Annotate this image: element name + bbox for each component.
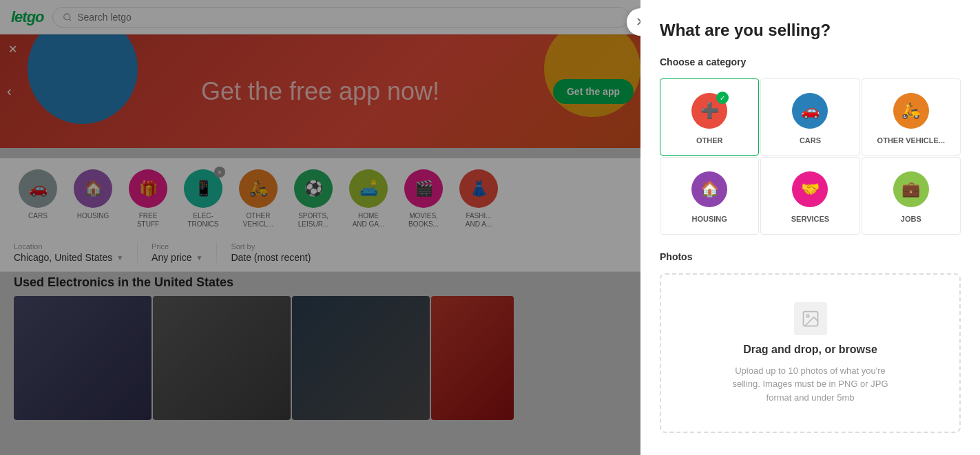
cat-grid-icon-other: ➕ ✓ (691, 93, 727, 129)
photos-label: Photos (660, 251, 961, 262)
category-grid: ➕ ✓ OTHER 🚗 CARS 🛵 OTHER VEHICLE... 🏠 HO… (660, 78, 961, 235)
cat-grid-item-other[interactable]: ➕ ✓ OTHER (660, 78, 759, 156)
cat-grid-icon-cars: 🚗 (792, 93, 828, 129)
cat-grid-item-cars[interactable]: 🚗 CARS (760, 78, 859, 156)
choose-category-label: Choose a category (660, 56, 961, 67)
upload-desc: Upload up to 10 photos of what you're se… (721, 364, 900, 405)
cat-grid-label-cars: CARS (800, 136, 821, 145)
cat-grid-item-jobs[interactable]: 💼 JOBS (862, 157, 961, 234)
cat-grid-icon-housing: 🏠 (691, 171, 727, 207)
svg-point-3 (806, 315, 809, 317)
cat-grid-item-housing[interactable]: 🏠 HOUSING (660, 157, 759, 234)
upload-area[interactable]: Drag and drop, or browse Upload up to 10… (660, 273, 961, 434)
cat-grid-icon-services: 🤝 (792, 171, 828, 207)
selected-check-icon: ✓ (716, 92, 729, 104)
cat-grid-item-services[interactable]: 🤝 SERVICES (760, 157, 859, 234)
right-panel: What are you selling? Choose a category … (640, 0, 980, 455)
photos-section: Photos Drag and drop, or browse Upload u… (660, 251, 961, 434)
cat-grid-label-services: SERVICES (791, 214, 829, 224)
cat-grid-label-other-vehicles: OTHER VEHICLE... (877, 136, 945, 145)
cat-grid-label-jobs: JOBS (901, 214, 921, 224)
modal-overlay[interactable]: ✕ (0, 0, 640, 455)
cat-grid-icon-jobs: 💼 (893, 171, 929, 207)
upload-title: Drag and drop, or browse (743, 343, 877, 356)
cat-grid-label-housing: HOUSING (691, 214, 727, 224)
cat-grid-icon-other-vehicles: 🛵 (893, 93, 929, 129)
panel-title: What are you selling? (660, 21, 961, 40)
cat-grid-item-other-vehicles[interactable]: 🛵 OTHER VEHICLE... (862, 78, 961, 156)
cat-grid-label-other: OTHER (696, 136, 723, 145)
upload-icon (794, 302, 827, 335)
